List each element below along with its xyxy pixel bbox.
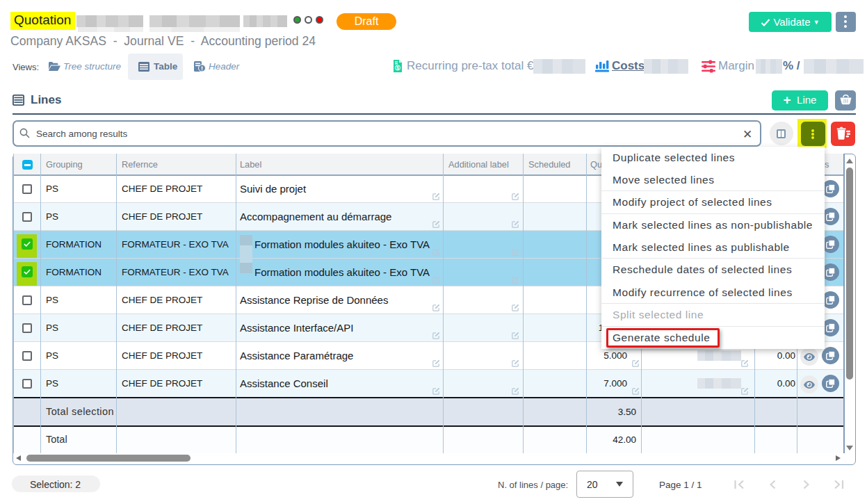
svg-text:$: $ bbox=[396, 65, 399, 71]
